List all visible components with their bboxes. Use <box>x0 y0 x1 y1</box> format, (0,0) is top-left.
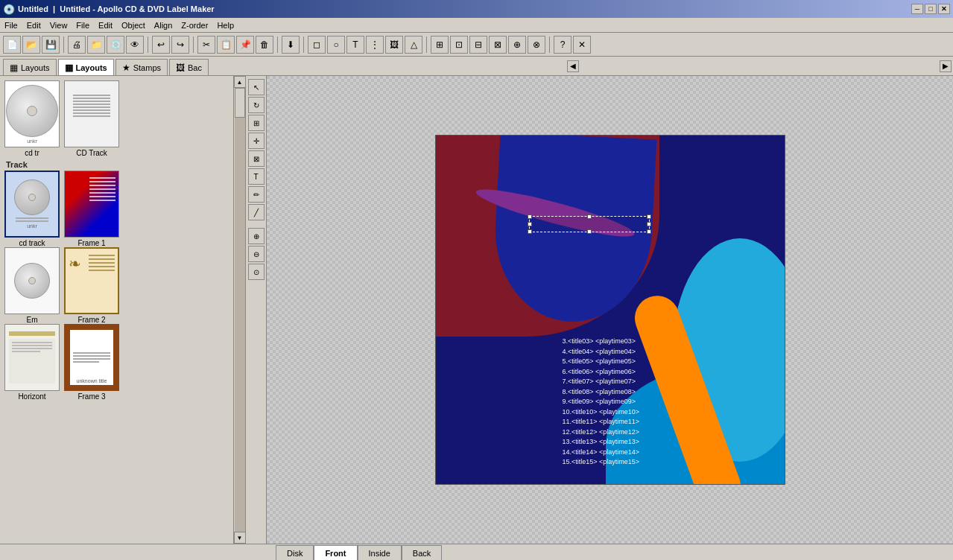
minimize-button[interactable]: ─ <box>911 4 923 14</box>
tool-zoom-fit[interactable]: ⊙ <box>248 264 265 280</box>
tool-zoom-out[interactable]: ⊖ <box>248 246 265 262</box>
tab-bac-label: Bac <box>188 63 202 72</box>
tab-disk[interactable]: Disk <box>276 545 314 560</box>
cd-small-label: cd tr <box>25 149 39 157</box>
tool-move[interactable]: ✛ <box>248 133 265 149</box>
scroll-track[interactable] <box>235 88 245 532</box>
group5-button[interactable]: ⊕ <box>508 36 526 54</box>
new-button[interactable]: 📄 <box>3 36 21 54</box>
shape6-button[interactable]: △ <box>405 36 422 54</box>
handle-ml[interactable] <box>528 222 532 226</box>
tab-front[interactable]: Front <box>314 545 357 560</box>
tool-draw[interactable]: ✏ <box>248 186 265 203</box>
scroll-thumb[interactable] <box>235 88 245 118</box>
selected-textbox[interactable] <box>529 216 650 232</box>
save-button[interactable]: 💾 <box>42 36 60 54</box>
menu-file2[interactable]: File <box>72 19 94 31</box>
tab-layouts1[interactable]: ▦ Layouts <box>3 59 57 75</box>
tb-divider3 <box>193 36 194 53</box>
shape1-button[interactable]: ◻ <box>308 36 326 54</box>
menu-object[interactable]: Object <box>117 19 150 31</box>
canvas-area[interactable]: 3.<title03> <playtime03> 4.<title04> <pl… <box>267 76 953 544</box>
handle-br[interactable] <box>647 229 651 234</box>
shape2-button[interactable]: ○ <box>327 36 345 54</box>
frame1-thumb <box>64 171 119 238</box>
list-item[interactable]: unknown title Frame 3 <box>64 324 119 401</box>
tool-zoom-in[interactable]: ⊕ <box>248 228 265 244</box>
tool-select[interactable]: ↖ <box>248 79 265 95</box>
tool-text[interactable]: T <box>248 168 265 185</box>
list-item[interactable]: ❧ Frame 2 <box>64 247 119 324</box>
undo-button[interactable]: ↩ <box>152 36 170 54</box>
list-item[interactable]: unkr cd track <box>4 171 60 247</box>
tool-line[interactable]: ╱ <box>248 204 265 220</box>
menu-edit2[interactable]: Edit <box>94 19 117 31</box>
list-item[interactable]: Em <box>4 247 60 324</box>
exit-button[interactable]: ✕ <box>573 36 591 54</box>
track-row: 14.<title14> <playtime14> <box>563 448 640 458</box>
bottom-tabs: Disk Front Inside Back <box>0 544 953 560</box>
close-button[interactable]: ✕ <box>938 4 950 14</box>
cut-button[interactable]: ✂ <box>197 36 215 54</box>
copy-button[interactable]: 📋 <box>217 36 235 54</box>
shape4-button[interactable]: ⋮ <box>366 36 384 54</box>
handle-mr[interactable] <box>647 222 651 226</box>
menu-edit1[interactable]: Edit <box>22 19 45 31</box>
tab-scroll-right[interactable]: ▶ <box>940 60 952 72</box>
group4-button[interactable]: ⊠ <box>489 36 507 54</box>
open-button[interactable]: 📂 <box>22 36 40 54</box>
track-row: 15.<title15> <playtime15> <box>563 457 640 468</box>
handle-bm[interactable] <box>587 229 592 234</box>
shape5-button[interactable]: 🖼 <box>385 36 403 54</box>
group2-button[interactable]: ⊡ <box>450 36 468 54</box>
group3-button[interactable]: ⊟ <box>469 36 487 54</box>
paste-button[interactable]: 📌 <box>236 36 254 54</box>
left-scrollbar: ▲ ▼ <box>233 76 245 544</box>
menu-view1[interactable]: View <box>45 19 72 31</box>
handle-tm[interactable] <box>587 214 592 219</box>
maximize-button[interactable]: □ <box>925 4 937 14</box>
cd-track-label: CD Track <box>76 149 107 157</box>
list-item[interactable]: unkr cd tr <box>4 80 60 157</box>
layout-row-4: Horizont unknown title <box>4 324 229 401</box>
tool-resize[interactable]: ⊠ <box>248 150 265 167</box>
menu-align[interactable]: Align <box>150 19 177 31</box>
group6-button[interactable]: ⊗ <box>528 36 545 54</box>
help-button[interactable]: ? <box>554 36 572 54</box>
print-button[interactable]: 🖨 <box>68 36 86 54</box>
tab-stamps[interactable]: ★ Stamps <box>115 59 168 75</box>
track-row: 9.<title09> <playtime09> <box>563 397 640 407</box>
redo-button[interactable]: ↪ <box>171 36 189 54</box>
track-row: 7.<title07> <playtime07> <box>563 377 640 387</box>
handle-tl[interactable] <box>528 214 532 219</box>
tab-inside[interactable]: Inside <box>358 545 402 560</box>
open2-button[interactable]: 📁 <box>87 36 105 54</box>
tab-back[interactable]: Back <box>402 545 442 560</box>
group1-button[interactable]: ⊞ <box>431 36 449 54</box>
title-bar: 💿 Untitled | Untitled - Apollo CD & DVD … <box>0 0 953 18</box>
shape3-button[interactable]: T <box>346 36 364 54</box>
list-item[interactable]: CD Track <box>64 80 119 157</box>
preview-button[interactable]: 👁 <box>126 36 144 54</box>
list-item[interactable]: Frame 1 <box>64 171 119 247</box>
tab-backgrounds[interactable]: 🖼 Bac <box>169 59 209 75</box>
scroll-down-button[interactable]: ▼ <box>234 532 246 544</box>
save2-button[interactable]: 💿 <box>107 36 124 54</box>
delete-button[interactable]: 🗑 <box>256 36 273 54</box>
menu-file1[interactable]: File <box>0 19 22 31</box>
tool-crop[interactable]: ⊞ <box>248 115 265 131</box>
track-row: 4.<title04> <playtime04> <box>563 347 640 357</box>
tab-layouts2[interactable]: ▦ Layouts <box>58 59 114 75</box>
menu-zorder[interactable]: Z-order <box>177 19 212 31</box>
tb-divider2 <box>148 36 148 53</box>
handle-bl[interactable] <box>528 229 532 234</box>
import-button[interactable]: ⬇ <box>282 36 300 54</box>
handle-tr[interactable] <box>647 214 651 219</box>
list-item[interactable]: Horizont <box>4 324 60 401</box>
cd-selected-label: cd track <box>19 239 45 247</box>
menu-help[interactable]: Help <box>212 19 238 31</box>
tool-rotate[interactable]: ↻ <box>248 97 265 113</box>
scroll-up-button[interactable]: ▲ <box>234 76 246 88</box>
stamps-icon: ★ <box>122 63 130 73</box>
tab-scroll-left[interactable]: ◀ <box>567 60 579 72</box>
